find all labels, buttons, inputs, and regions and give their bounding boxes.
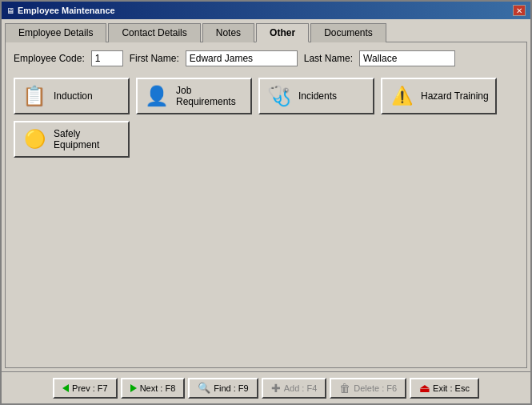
incidents-label: Incidents bbox=[298, 90, 337, 102]
find-label: Find : F9 bbox=[214, 383, 248, 393]
window-title: Employee Maintenance bbox=[18, 6, 115, 15]
delete-button[interactable]: 🗑 Delete : F6 bbox=[330, 378, 406, 399]
last-name-label: Last Name: bbox=[304, 53, 353, 64]
exit-label: Exit : Esc bbox=[433, 383, 470, 393]
find-icon: 🔍 bbox=[198, 382, 210, 394]
first-name-label: First Name: bbox=[130, 53, 179, 64]
tab-employee-details[interactable]: Employee Details bbox=[5, 23, 106, 42]
action-buttons-grid: 📋 Induction 👤 Job Requirements 🩺 Inciden… bbox=[14, 78, 518, 158]
app-icon: 🖥 bbox=[6, 6, 14, 15]
add-label: Add : F4 bbox=[284, 383, 318, 393]
next-icon bbox=[130, 384, 137, 392]
prev-label: Prev : F7 bbox=[72, 383, 108, 393]
exit-icon: ⏏ bbox=[419, 382, 430, 395]
induction-icon: 📋 bbox=[22, 83, 47, 109]
find-button[interactable]: 🔍 Find : F9 bbox=[188, 378, 258, 399]
close-button[interactable]: ✕ bbox=[513, 5, 526, 16]
exit-button[interactable]: ⏏ Exit : Esc bbox=[410, 378, 479, 399]
employee-code-label: Employee Code: bbox=[14, 53, 85, 64]
hazard-training-icon: ⚠️ bbox=[389, 83, 414, 109]
delete-icon: 🗑 bbox=[339, 382, 350, 395]
delete-label: Delete : F6 bbox=[354, 383, 397, 393]
incidents-button[interactable]: 🩺 Incidents bbox=[258, 78, 374, 114]
tab-contact-details[interactable]: Contact Details bbox=[108, 23, 200, 42]
next-label: Next : F8 bbox=[140, 383, 176, 393]
content-area: Employee Code: First Name: Last Name: 📋 … bbox=[5, 42, 527, 368]
safety-equipment-icon: 🟡 bbox=[22, 126, 47, 152]
next-button[interactable]: Next : F8 bbox=[121, 378, 186, 399]
hazard-training-label: Hazard Training bbox=[421, 90, 489, 102]
tab-bar: Employee Details Contact Details Notes O… bbox=[2, 19, 530, 42]
incidents-icon: 🩺 bbox=[266, 83, 292, 109]
hazard-training-button[interactable]: ⚠️ Hazard Training bbox=[381, 78, 497, 114]
job-requirements-icon: 👤 bbox=[144, 83, 170, 109]
job-requirements-label: Job Requirements bbox=[176, 85, 244, 107]
add-button[interactable]: ✚ Add : F4 bbox=[262, 378, 327, 399]
title-bar: 🖥 Employee Maintenance ✕ bbox=[2, 2, 530, 19]
tab-documents[interactable]: Documents bbox=[310, 23, 386, 42]
form-row: Employee Code: First Name: Last Name: bbox=[14, 50, 518, 66]
prev-icon bbox=[62, 384, 69, 392]
induction-button[interactable]: 📋 Induction bbox=[14, 78, 130, 114]
footer: Prev : F7 Next : F8 🔍 Find : F9 ✚ Add : … bbox=[2, 371, 530, 403]
employee-code-input[interactable] bbox=[91, 50, 123, 66]
safety-equipment-button[interactable]: 🟡 Safely Equipment bbox=[14, 121, 130, 158]
main-window: 🖥 Employee Maintenance ✕ Employee Detail… bbox=[0, 0, 532, 405]
job-requirements-button[interactable]: 👤 Job Requirements bbox=[136, 78, 252, 114]
first-name-input[interactable] bbox=[186, 50, 298, 66]
add-icon: ✚ bbox=[271, 382, 281, 395]
last-name-input[interactable] bbox=[359, 50, 455, 66]
tab-other[interactable]: Other bbox=[256, 23, 309, 42]
tab-notes[interactable]: Notes bbox=[202, 23, 254, 42]
safety-equipment-label: Safely Equipment bbox=[54, 128, 122, 150]
induction-label: Induction bbox=[54, 90, 93, 102]
prev-button[interactable]: Prev : F7 bbox=[53, 378, 118, 399]
title-bar-left: 🖥 Employee Maintenance bbox=[6, 6, 115, 15]
